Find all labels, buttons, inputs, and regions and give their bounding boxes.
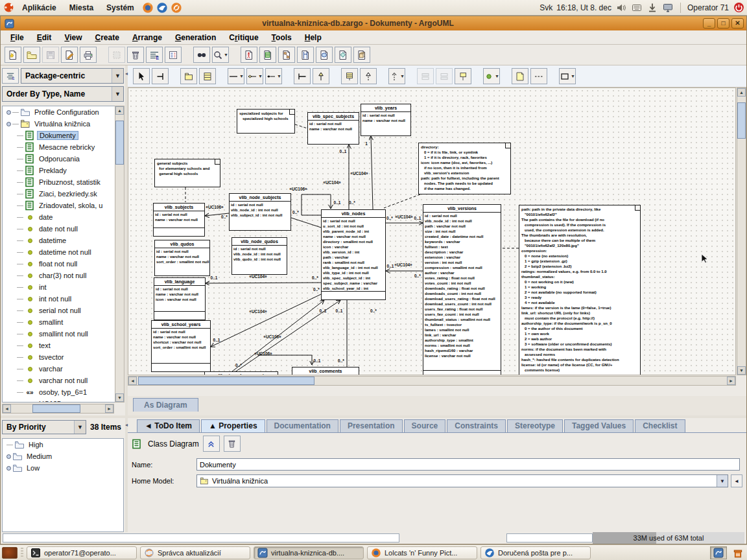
order-combo[interactable]: Order By Type, Name▼: [2, 86, 124, 102]
uml-class-vlib_versions[interactable]: vlib_versionsid : serial not nullvlib_no…: [423, 204, 501, 375]
tree-item-odporucania[interactable]: Odporucania: [3, 153, 115, 165]
home-model-combo[interactable]: Virtuálna knižnica ▼: [196, 474, 728, 487]
taskbar-window-firefox[interactable]: Lolcats 'n' Funny Pict...: [367, 546, 477, 559]
d-class-button[interactable]: [259, 47, 276, 63]
titlebar[interactable]: virtualna-kniznica-db.zargo - Dokumenty …: [1, 16, 746, 30]
tree-item-int-not-null[interactable]: int not null: [3, 293, 115, 305]
user-menu[interactable]: Operator 71: [687, 3, 729, 12]
trash-applet-icon[interactable]: [732, 547, 744, 559]
todo-item-high[interactable]: High: [3, 439, 123, 450]
maximize-button[interactable]: □: [717, 18, 729, 29]
tree-item-preklady[interactable]: Preklady: [3, 165, 115, 176]
composition-button[interactable]: ▼: [265, 68, 282, 84]
scroll-left-button[interactable]: ◄: [128, 377, 137, 385]
tree-item-pribuznost-statistik[interactable]: Pribuznost, statistik: [3, 176, 115, 188]
tree-item-profile-configuration[interactable]: Profile Configuration: [3, 106, 115, 118]
navigate-up-button[interactable]: [203, 436, 220, 452]
d-usecase-button[interactable]: [241, 47, 257, 63]
uml-class-vlib_spec_subjects[interactable]: vlib_spec_subjectsid : serial not nullna…: [307, 112, 359, 145]
association-edge[interactable]: [291, 218, 321, 228]
scroll-left-button[interactable]: ◄: [3, 404, 11, 413]
uml-comment-note[interactable]: general subjects for elementary schools …: [154, 159, 220, 187]
navigate-back-button[interactable]: ◄: [731, 474, 742, 487]
realization-button[interactable]: [360, 68, 377, 84]
firefox-launcher-icon[interactable]: [142, 2, 154, 14]
tab-as-diagram[interactable]: As Diagram: [133, 398, 198, 412]
menu-create[interactable]: Create: [89, 32, 125, 43]
dependency-button[interactable]: ▼: [388, 68, 405, 84]
tree-item-date-not-null[interactable]: date not null: [3, 223, 115, 235]
tree-item-smallint-not-null[interactable]: smallint not null: [3, 328, 115, 340]
todo-item-low[interactable]: Low: [3, 462, 123, 474]
power-icon[interactable]: [733, 2, 744, 14]
explorer-horizontal-scrollbar[interactable]: ◄ ►: [2, 404, 114, 414]
tree-item-char-3-not-null[interactable]: char(3) not null: [3, 270, 115, 281]
menu-help[interactable]: Help: [299, 32, 327, 43]
tree-item-tsvector[interactable]: tsvector: [3, 351, 115, 363]
recttool-button[interactable]: ▼: [559, 68, 576, 84]
line-button[interactable]: ▼: [228, 68, 244, 84]
close-button[interactable]: ✕: [731, 18, 744, 29]
find-button[interactable]: [193, 47, 210, 63]
tab-source[interactable]: Source: [404, 419, 446, 432]
tree-item-date[interactable]: date: [3, 211, 115, 223]
tree-item-uc105[interactable]: «»UC105: [3, 398, 115, 402]
diagram-canvas[interactable]: «UC104»0..1«UC104»1«UC106»0..10..*«UC106…: [128, 88, 736, 375]
perspective-config-button[interactable]: E: [2, 68, 19, 84]
uml-class-vlib_node_subjects[interactable]: vlib_node_subjectsid : serial not nullvl…: [229, 193, 291, 231]
tree-item-float-not-null[interactable]: float not null: [3, 258, 115, 270]
uml-class-vlib_language[interactable]: vlib_languageid : serial not nullname : …: [154, 277, 206, 320]
keyboard-layout-indicator[interactable]: Svk: [540, 3, 552, 12]
scroll-down-button[interactable]: ▼: [115, 393, 124, 402]
menu-edit[interactable]: Edit: [31, 32, 58, 43]
volume-icon[interactable]: [615, 2, 627, 14]
zoom-button[interactable]: ▼: [212, 47, 229, 63]
taskbar-window-tbird[interactable]: Doručená pošta pre p...: [480, 546, 591, 559]
uml-class-vlib_viewed_comments[interactable]: vlib_viewed_commentsid : serial not null: [204, 371, 278, 375]
uml-comment-note[interactable]: directory: 0 = if it is file, link, or s…: [418, 143, 511, 194]
delete-button[interactable]: [224, 436, 241, 452]
taskbar-window-terminal[interactable]: operator71@operato...: [27, 546, 137, 559]
association-edge[interactable]: [295, 124, 307, 128]
d-deploy-button[interactable]: [353, 47, 370, 63]
aggregation-button[interactable]: ▼: [246, 68, 263, 84]
software-update-icon[interactable]: [646, 2, 658, 14]
menu-critique[interactable]: Critique: [223, 32, 264, 43]
tab-tagged-values[interactable]: Tagged Values: [564, 419, 634, 432]
tree-item-ziaci-bezkriedy-sk[interactable]: Ziaci, bezkriedy.sk: [3, 188, 115, 200]
tree-item-serial-not-null[interactable]: serial not null: [3, 305, 115, 316]
expander-knob[interactable]: [6, 454, 11, 459]
broom-button[interactable]: [152, 68, 169, 84]
tree-item-osoby-typ-6-1[interactable]: «»osoby, typ_6=1: [3, 386, 115, 398]
tree-item-datetime[interactable]: datetime: [3, 235, 115, 246]
menu-file[interactable]: File: [5, 32, 30, 43]
workspace-switcher[interactable]: [2, 547, 18, 559]
uml-comment-note[interactable]: path: path in the private data directory…: [519, 205, 641, 375]
canvas-vertical-scrollbar[interactable]: ▲ ▼: [737, 88, 746, 375]
cursor-button[interactable]: [133, 68, 150, 84]
classtool-button[interactable]: [199, 68, 216, 84]
d-activity-button[interactable]: [335, 47, 351, 63]
tab-todo-item[interactable]: ◄ ToDo Item: [137, 419, 200, 432]
menu-generation[interactable]: Generation: [169, 32, 222, 43]
package-button[interactable]: [180, 68, 197, 84]
align-button[interactable]: E: [146, 47, 163, 63]
tree-item-varchar[interactable]: varchar: [3, 363, 115, 375]
scroll-right-button[interactable]: ►: [105, 404, 113, 413]
scroll-up-button[interactable]: ▲: [115, 106, 124, 115]
association-edge[interactable]: [206, 283, 321, 283]
splitter-collapse-button[interactable]: ◂: [125, 422, 128, 428]
scroll-right-button[interactable]: ►: [727, 377, 735, 385]
tree-item-text[interactable]: text: [3, 340, 115, 351]
minimize-button[interactable]: _: [703, 18, 715, 29]
tab-checklist[interactable]: Checklist: [635, 419, 685, 432]
d-sequence-button[interactable]: [297, 47, 314, 63]
scrollbar-thumb[interactable]: [32, 404, 80, 413]
explorer-vertical-scrollbar[interactable]: ▲ ▼: [115, 106, 124, 402]
note-button[interactable]: [512, 68, 528, 84]
d-collab-button[interactable]: [278, 47, 295, 63]
tab-documentation[interactable]: Documentation: [267, 419, 338, 432]
scroll-up-button[interactable]: ▲: [737, 88, 746, 97]
association-edge[interactable]: [258, 355, 312, 365]
expander-knob[interactable]: [6, 122, 11, 126]
